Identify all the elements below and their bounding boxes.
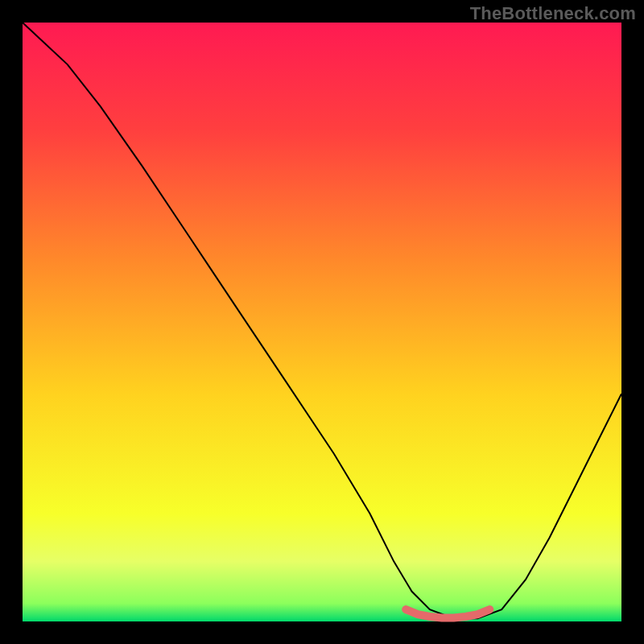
- plot-background: [23, 23, 621, 621]
- watermark-text: TheBottleneck.com: [470, 3, 636, 24]
- bottleneck-chart: [0, 0, 644, 644]
- chart-stage: TheBottleneck.com: [0, 0, 644, 644]
